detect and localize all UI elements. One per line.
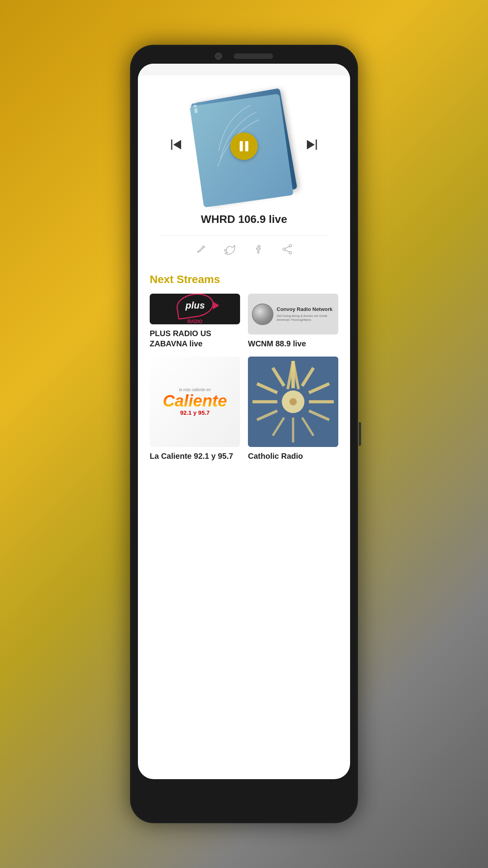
svg-point-5 [289,252,292,254]
svg-marker-3 [307,140,315,149]
wcnm-thumbnail: Convoy Radio Network Get Going Along & A… [248,294,338,335]
next-streams-section: Next Streams plus [138,269,350,461]
svg-marker-1 [173,140,181,149]
caliente-thumbnail: la más caliente en Caliente 92.1 y 95.7 [150,357,240,447]
plus-radio-thumbnail: plus RADIO [150,294,240,324]
pause-bar-right [245,141,248,151]
playback-controls: 96.9 FM WHRD [138,83,350,209]
edit-icon[interactable] [196,244,207,257]
svg-point-6 [283,248,285,250]
twitter-icon[interactable] [224,244,235,257]
station-title: WHRD 106.9 live [201,213,287,226]
svg-point-4 [289,245,292,247]
camera [215,53,222,60]
wcnm-name: WCNM 88.9 live [248,338,338,349]
convoy-radio-sub: Get Going Along & Across our Great Ameri… [277,314,334,322]
speaker [234,53,273,59]
sunburst-thumbnail [248,357,338,447]
divider [159,235,329,236]
svg-line-8 [285,250,289,252]
phone-top-bar [130,45,358,60]
svg-line-7 [285,246,289,248]
plus-radio-name: PLUS RADIO US ZABAVNA live [150,328,240,349]
screen-content: 96.9 FM WHRD [138,64,350,779]
caliente-logo: la más caliente en Caliente 92.1 y 95.7 [163,388,227,416]
sunburst-name: Catholic Radio [248,451,338,461]
status-bar [138,64,350,75]
action-icons [196,244,293,257]
svg-point-25 [290,398,297,405]
facebook-icon[interactable] [253,244,264,257]
pause-icon [240,141,248,151]
album-art-container: 96.9 FM WHRD [193,91,295,201]
stream-card-plus-radio[interactable]: plus RADIO PLUS RADIO US ZABAVNA live [150,294,240,349]
phone-frame: 96.9 FM WHRD [130,45,358,823]
share-icon[interactable] [282,244,293,257]
play-pause-button[interactable] [230,132,258,160]
caliente-name: La Caliente 92.1 y 95.7 [150,451,240,461]
next-streams-title: Next Streams [150,273,338,286]
player-section: 96.9 FM WHRD [138,75,350,269]
side-button [359,422,361,446]
pause-bar-left [240,141,243,151]
streams-grid: plus RADIO PLUS RADIO US ZABAVNA live [150,294,338,461]
next-streams-title-regular: Next [150,273,176,285]
stream-card-sunburst[interactable]: Catholic Radio [248,357,338,461]
next-streams-title-bold: Streams [176,273,220,285]
next-button[interactable] [305,138,319,155]
stream-card-caliente[interactable]: la más caliente en Caliente 92.1 y 95.7 … [150,357,240,461]
prev-button[interactable] [169,138,183,155]
stream-card-wcnm[interactable]: Convoy Radio Network Get Going Along & A… [248,294,338,349]
screen: 96.9 FM WHRD [138,64,350,779]
convoy-radio-name: Convoy Radio Network [277,306,334,313]
